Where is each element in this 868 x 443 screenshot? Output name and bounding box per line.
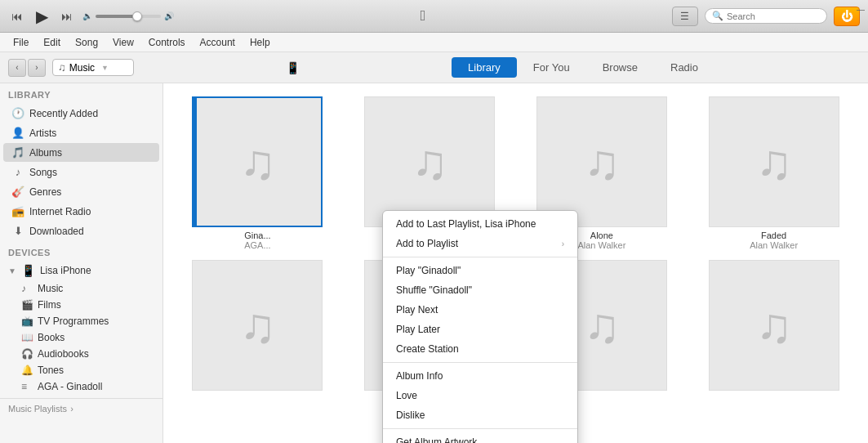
- transport-controls: ⏮ ▶ ⏭ 🔈 🔊: [8, 5, 174, 28]
- source-dropdown-icon: ▼: [101, 64, 109, 72]
- tab-browse[interactable]: Browse: [586, 57, 654, 78]
- slider-thumb[interactable]: [132, 11, 142, 21]
- ctx-add-last-playlist[interactable]: Add to Last Playlist, Lisa iPhone: [383, 214, 577, 234]
- album-art-8[interactable]: ♫: [709, 260, 839, 391]
- ctx-item-label: Add to Last Playlist, Lisa iPhone: [396, 218, 536, 230]
- menu-controls[interactable]: Controls: [142, 35, 192, 50]
- books-sub-icon: 📖: [21, 332, 33, 343]
- nav-arrows: ‹ ›: [8, 59, 46, 77]
- music-note-icon: ♫: [58, 61, 66, 74]
- menu-bar: File Edit Song View Controls Account Hel…: [0, 33, 868, 52]
- menu-help[interactable]: Help: [243, 35, 277, 50]
- volume-slider[interactable]: 🔈 🔊: [82, 11, 174, 20]
- source-selector[interactable]: ♫ Music ▼: [52, 59, 134, 76]
- ctx-create-station[interactable]: Create Station: [383, 339, 577, 359]
- ctx-item-label: Dislike: [396, 409, 425, 421]
- album-art-3[interactable]: ♫: [536, 96, 667, 227]
- slider-track[interactable]: [96, 15, 161, 18]
- sub-item-music[interactable]: ♪ Music: [0, 280, 162, 297]
- device-expand-icon: ▼: [8, 266, 16, 275]
- album-card[interactable]: ♫ Gina... AGA...: [176, 96, 339, 250]
- music-note-icon: ♫: [412, 134, 448, 190]
- title-bar: ⏮ ▶ ⏭ 🔈 🔊  ☰ 🔍 ⏻ —: [0, 0, 868, 33]
- source-label: Music: [69, 62, 95, 74]
- sidebar-item-label: Internet Radio: [29, 206, 91, 217]
- sidebar-item-label: Recently Added: [29, 108, 98, 119]
- music-note-icon: ♫: [239, 134, 276, 190]
- ctx-item-label: Create Station: [396, 343, 459, 355]
- album-art-1[interactable]: ♫: [192, 96, 323, 227]
- sidebar-item-albums[interactable]: 🎵 Albums: [3, 143, 159, 162]
- search-input[interactable]: [727, 11, 817, 21]
- music-note-icon: ♫: [755, 298, 792, 354]
- rewind-button[interactable]: ⏮: [8, 8, 26, 25]
- sidebar: Library 🕐 Recently Added 👤 Artists 🎵 Alb…: [0, 83, 163, 443]
- sub-item-label: Tones: [38, 365, 64, 376]
- sidebar-item-recently-added[interactable]: 🕐 Recently Added: [3, 104, 159, 123]
- device-icon[interactable]: 📱: [286, 61, 300, 74]
- ctx-dislike[interactable]: Dislike: [383, 405, 577, 425]
- downloaded-icon: ⬇: [11, 225, 24, 237]
- sidebar-item-internet-radio[interactable]: 📻 Internet Radio: [3, 202, 159, 221]
- sub-item-tv-programmes[interactable]: 📺 TV Programmes: [0, 313, 162, 329]
- sidebar-item-label: Downloaded: [29, 226, 84, 237]
- album-art-4[interactable]: ♫: [709, 96, 839, 227]
- playlists-label: Music Playlists: [8, 404, 67, 414]
- list-view-button[interactable]: ☰: [672, 7, 698, 26]
- album-card[interactable]: ♫ Faded Alan Walker: [692, 96, 855, 250]
- nav-back-button[interactable]: ‹: [8, 59, 26, 77]
- forward-button[interactable]: ⏭: [58, 8, 76, 25]
- album-card[interactable]: ♫: [176, 260, 339, 391]
- sidebar-item-label: Genres: [29, 186, 61, 198]
- sub-item-films[interactable]: 🎬 Films: [0, 297, 162, 313]
- ctx-play-next[interactable]: Play Next: [383, 300, 577, 320]
- album-title: Faded: [761, 230, 786, 240]
- ctx-get-album-artwork[interactable]: Get Album Artwork: [383, 432, 577, 443]
- sidebar-item-songs[interactable]: ♪ Songs: [3, 163, 159, 181]
- ctx-play-ginadoll[interactable]: Play "Ginadoll": [383, 261, 577, 280]
- volume-low-icon: 🔈: [82, 11, 92, 20]
- tv-sub-icon: 📺: [21, 315, 33, 327]
- menu-edit[interactable]: Edit: [37, 35, 67, 50]
- minimize-button[interactable]: —: [857, 5, 865, 14]
- sidebar-item-artists[interactable]: 👤 Artists: [3, 123, 159, 142]
- search-box[interactable]: 🔍: [705, 8, 827, 24]
- internet-radio-icon: 📻: [11, 205, 24, 217]
- nav-forward-button[interactable]: ›: [28, 59, 46, 77]
- ctx-album-info[interactable]: Album Info: [383, 366, 577, 386]
- menu-view[interactable]: View: [106, 35, 140, 50]
- sub-item-audiobooks[interactable]: 🎧 Audiobooks: [0, 346, 162, 362]
- sub-item-books[interactable]: 📖 Books: [0, 329, 162, 346]
- menu-account[interactable]: Account: [194, 35, 242, 50]
- sub-item-tones[interactable]: 🔔 Tones: [0, 362, 162, 378]
- sub-item-label: AGA - Ginadoll: [38, 381, 102, 392]
- ctx-play-later[interactable]: Play Later: [383, 320, 577, 339]
- ctx-item-label: Play Next: [396, 304, 438, 315]
- ctx-shuffle-ginadoll[interactable]: Shuffle "Ginadoll": [383, 280, 577, 300]
- ctx-add-to-playlist[interactable]: Add to Playlist ›: [383, 234, 577, 253]
- menu-file[interactable]: File: [7, 35, 35, 50]
- sidebar-item-genres[interactable]: 🎸 Genres: [3, 182, 159, 201]
- album-art-5[interactable]: ♫: [192, 260, 323, 391]
- devices-section-title: Devices: [0, 241, 162, 261]
- music-playlists-footer[interactable]: Music Playlists ›: [0, 398, 162, 418]
- album-art-2[interactable]: ♫: [364, 96, 495, 227]
- album-card[interactable]: ♫: [692, 260, 855, 391]
- ctx-love[interactable]: Love: [383, 386, 577, 405]
- songs-icon: ♪: [11, 166, 24, 178]
- content-area: ♫ Gina... AGA... ♫ ♫ Alone Alan Walker: [163, 83, 868, 443]
- play-button[interactable]: ▶: [33, 5, 51, 28]
- music-sub-icon: ♪: [21, 283, 33, 294]
- tab-radio[interactable]: Radio: [654, 57, 714, 78]
- sub-item-aga-ginadoll[interactable]: ≡ AGA - Ginadoll: [0, 378, 162, 395]
- device-lisa-iphone[interactable]: ▼ 📱 Lisa iPhone: [0, 261, 162, 280]
- sidebar-item-downloaded[interactable]: ⬇ Downloaded: [3, 222, 159, 240]
- window-controls: —: [857, 5, 865, 14]
- ctx-separator: [383, 362, 577, 363]
- tab-library[interactable]: Library: [452, 57, 517, 78]
- music-note-icon: ♫: [755, 134, 792, 190]
- tab-for-you[interactable]: For You: [517, 57, 586, 78]
- artists-icon: 👤: [11, 127, 24, 139]
- iphone-device-icon: 📱: [21, 264, 35, 277]
- menu-song[interactable]: Song: [69, 35, 105, 50]
